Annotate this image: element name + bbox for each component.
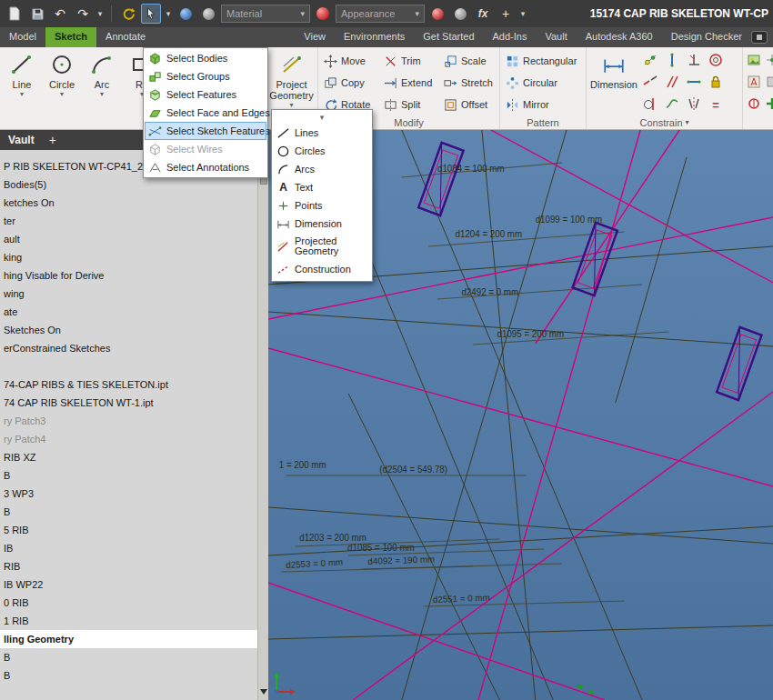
tree-item[interactable]: 5 RIB — [0, 521, 257, 539]
extend-button[interactable]: Extend — [380, 76, 440, 90]
constrain-panel-label[interactable]: Constrain ▾ — [587, 115, 742, 129]
constraint-horizontal-icon[interactable] — [687, 75, 701, 91]
undo-icon[interactable]: ↶ — [50, 4, 70, 24]
tab-annotate[interactable]: Annotate — [96, 27, 155, 47]
scale-button[interactable]: Scale — [440, 55, 500, 68]
add-browser-pane-button[interactable]: + — [49, 133, 56, 147]
insert-acad-icon[interactable] — [747, 75, 761, 91]
tree-item[interactable]: 74 CAP RIB SKELETON WT-1.ipt — [0, 394, 257, 412]
menu-item-select-groups[interactable]: Select Groups — [145, 67, 266, 85]
app-menu-icon[interactable] — [5, 4, 25, 24]
menu-item-projected-geometry[interactable]: Projected Geometry — [273, 233, 371, 260]
tree-item[interactable]: IB — [0, 539, 257, 557]
dimension-button[interactable]: Dimension — [588, 50, 639, 90]
browser-scrollbar[interactable] — [257, 130, 268, 700]
scrollbar-down-icon[interactable] — [260, 689, 267, 695]
appearance-sphere-icon[interactable] — [313, 4, 333, 24]
split-button[interactable]: Split — [380, 98, 440, 112]
tree-item[interactable]: ate — [0, 303, 257, 321]
constraint-fix-icon[interactable] — [708, 75, 723, 91]
constraint-equal-icon[interactable]: = — [712, 98, 719, 112]
copy-button[interactable]: Copy — [320, 76, 380, 90]
add-qat-icon[interactable]: + — [496, 4, 516, 24]
line-button[interactable]: Line ▾ — [2, 50, 42, 98]
sketch-rectangle[interactable] — [418, 143, 463, 215]
circle-button[interactable]: Circle ▾ — [42, 50, 82, 98]
circle-caret-icon[interactable]: ▾ — [60, 90, 64, 98]
menu-item-select-annotations[interactable]: Select Annotations — [145, 158, 266, 176]
tree-item[interactable]: B — [0, 648, 257, 666]
constraint-tangent-icon[interactable] — [643, 96, 658, 113]
line-caret-icon[interactable]: ▾ — [20, 90, 24, 98]
tree-item[interactable]: hing Visable for Derive — [0, 266, 257, 285]
update-icon[interactable] — [118, 4, 138, 24]
menu-item-text[interactable]: A Text — [273, 178, 371, 196]
tab-sketch[interactable]: Sketch — [45, 27, 96, 47]
tree-item[interactable]: erConstrained Sketches — [0, 339, 257, 357]
select-priority-button[interactable] — [141, 4, 161, 24]
menu-item-select-sketch-features[interactable]: Select Sketch Features — [145, 122, 266, 140]
tree-item-highlighted[interactable]: lling Geometry — [0, 630, 257, 648]
appearance-combo[interactable]: Appearance ▾ — [336, 5, 425, 23]
redo-icon[interactable]: ↷ — [73, 4, 93, 24]
constraint-parallel-icon[interactable] — [665, 75, 679, 91]
tree-item[interactable]: IB WP22 — [0, 575, 257, 594]
clear-override-icon[interactable] — [450, 4, 470, 24]
circular-pattern-button[interactable]: Circular — [502, 76, 582, 90]
menu-item-select-bodies[interactable]: Select Bodies — [145, 49, 266, 67]
constraint-vertical-icon[interactable] — [665, 53, 679, 69]
menu-item-arcs[interactable]: Arcs — [273, 160, 371, 178]
rectangular-pattern-button[interactable]: Rectangular — [502, 55, 582, 68]
project-geometry-caret-icon[interactable]: ▾ — [289, 101, 293, 109]
constraint-symmetric-icon[interactable] — [687, 96, 701, 113]
sketch-rectangle[interactable] — [717, 327, 761, 400]
overflow-icon-gray[interactable] — [765, 75, 773, 91]
layer-ball-icon[interactable] — [198, 4, 218, 24]
tree-item[interactable]: Sketches On — [0, 321, 257, 339]
menu-item-select-wires[interactable]: Select Wires — [145, 140, 266, 158]
arc-caret-icon[interactable]: ▾ — [100, 90, 104, 98]
pattern-panel-label[interactable]: Pattern — [500, 115, 586, 129]
menu-item-points[interactable]: Points — [273, 196, 371, 215]
arc-button[interactable]: Arc ▾ — [82, 50, 122, 98]
constraint-smooth-icon[interactable] — [665, 96, 679, 113]
qat-customize-caret-icon[interactable]: ▾ — [518, 9, 527, 18]
tree-item[interactable]: wing — [0, 285, 257, 303]
tree-item[interactable]: RIB XZ — [0, 448, 257, 466]
tree-item[interactable]: 3 WP3 — [0, 485, 257, 503]
tree-item[interactable]: ry Patch3 — [0, 412, 257, 430]
tab-get-started[interactable]: Get Started — [414, 27, 483, 47]
tab-model[interactable]: Model — [0, 27, 45, 47]
constraint-perpendicular-icon[interactable] — [687, 53, 701, 69]
tree-item[interactable]: ketches On — [0, 194, 257, 212]
tree-item[interactable]: ry Patch4 — [0, 430, 257, 448]
constraint-coincident-icon[interactable] — [643, 53, 658, 69]
tab-view[interactable]: View — [295, 27, 335, 47]
tree-item[interactable]: 1 RIB — [0, 612, 257, 630]
tree-item[interactable]: B — [0, 466, 257, 485]
menu-item-select-face-and-edges[interactable]: Select Face and Edges — [145, 104, 266, 122]
stretch-button[interactable]: Stretch — [440, 76, 500, 90]
adjust-appearance-icon[interactable] — [427, 4, 447, 24]
trim-button[interactable]: Trim — [380, 55, 440, 68]
mirror-button[interactable]: Mirror — [502, 98, 582, 112]
menu-item-dimension[interactable]: Dimension — [273, 215, 371, 233]
tree-item[interactable]: B — [0, 666, 257, 685]
tree-item[interactable]: 0 RIB — [0, 594, 257, 612]
redo-caret-icon[interactable]: ▾ — [95, 9, 105, 18]
save-icon[interactable] — [27, 4, 47, 24]
tab-design-checker[interactable]: Design Checker — [662, 27, 751, 47]
insert-image-icon[interactable] — [747, 53, 761, 69]
overflow-icon-red[interactable] — [747, 96, 761, 113]
menu-item-circles[interactable]: Circles — [273, 142, 371, 160]
tree-item[interactable]: RIB — [0, 557, 257, 575]
project-geometry-button[interactable]: Project Geometry ▾ — [267, 50, 316, 109]
select-caret-icon[interactable]: ▾ — [164, 9, 173, 18]
tab-environments[interactable]: Environments — [335, 27, 414, 47]
tab-autodesk-a360[interactable]: Autodesk A360 — [577, 27, 662, 47]
tree-item[interactable]: 74-CAP RIBS & TIES SKELETON.ipt — [0, 375, 257, 394]
tree-item[interactable]: king — [0, 248, 257, 266]
vault-panel-title[interactable]: Vault — [8, 134, 35, 146]
menu-item-construction[interactable]: Construction — [273, 260, 371, 278]
insert-point-icon[interactable] — [765, 53, 773, 69]
